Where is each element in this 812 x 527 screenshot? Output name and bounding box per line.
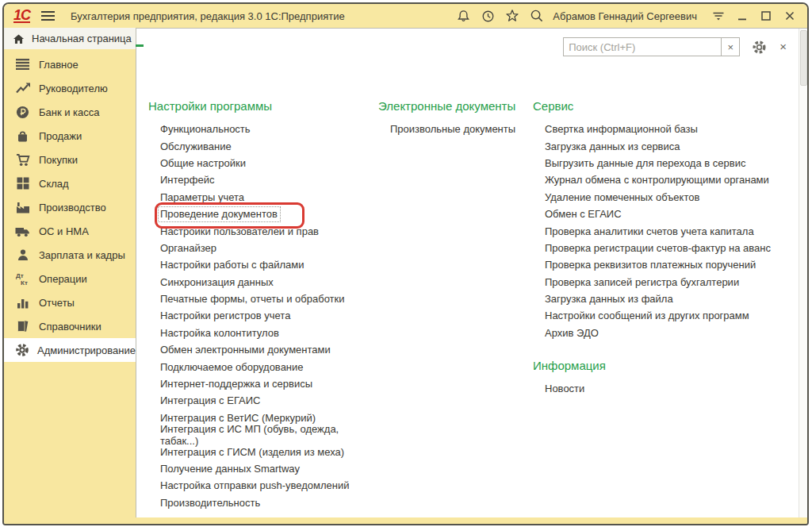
menu-item-label: Проведение документов	[158, 206, 281, 222]
menu-item-document-posting[interactable]: Проведение документов	[160, 206, 378, 222]
menu-item[interactable]: Интеграция с ЕГАИС	[160, 392, 378, 409]
sidebar-item-sales[interactable]: Продажи	[4, 124, 136, 148]
hamburger-menu-icon[interactable]	[41, 11, 55, 21]
tab-label: Начальная страница	[32, 33, 132, 44]
notifications-bell-icon[interactable]	[455, 8, 471, 24]
menu-item[interactable]: Настройки регистров учета	[160, 307, 378, 324]
menu-item[interactable]: Настройки пользователей и прав	[160, 222, 378, 239]
1c-logo: 1С	[13, 9, 30, 23]
group-header: Настройки программы	[148, 99, 378, 113]
menu-item[interactable]: Проверка записей регистра бухгалтерии	[545, 274, 795, 290]
sidebar-item-main[interactable]: Главное	[4, 52, 136, 76]
window-title: Бухгалтерия предприятия, редакция 3.0 1С…	[71, 10, 345, 22]
sidebar-item-label: Главное	[39, 59, 79, 71]
left-column: Начальная страница Главное Руководителю	[4, 28, 136, 517]
sidebar-item-warehouse[interactable]: Склад	[4, 171, 136, 195]
column-service: Сервис Свертка информационной базы Загру…	[533, 99, 795, 397]
tab-home-page[interactable]: Начальная страница	[4, 28, 136, 49]
sidebar-item-label: Отчеты	[39, 297, 75, 309]
column-electronic-documents: Электронные документы Произвольные докум…	[378, 99, 533, 137]
menu-item[interactable]: Настройка отправки push-уведомлений	[160, 477, 378, 494]
history-clock-icon[interactable]	[480, 8, 496, 24]
favorites-star-icon[interactable]	[504, 8, 520, 24]
sidebar-item-administration[interactable]: Администрирование	[4, 338, 136, 362]
panel-settings-gear-icon[interactable]	[752, 40, 767, 55]
close-window-button[interactable]	[782, 8, 798, 24]
menu-item[interactable]: Параметры учета	[160, 189, 378, 206]
menu-item[interactable]: Подключаемое оборудование	[160, 358, 378, 375]
sidebar-item-production[interactable]: Производство	[4, 195, 136, 219]
menu-item[interactable]: Функциональность	[160, 121, 378, 137]
person-icon	[14, 248, 31, 261]
administration-panel: × × Настройки программы Функциональность…	[136, 28, 807, 517]
sidebar-item-fixed-assets[interactable]: ОС и НМА	[4, 219, 136, 243]
app-window: 1С Бухгалтерия предприятия, редакция 3.0…	[2, 2, 809, 525]
menu-item[interactable]: Печатные формы, отчеты и обработки	[160, 290, 378, 307]
sidebar-item-salary-hr[interactable]: Зарплата и кадры	[4, 243, 136, 267]
menu-item[interactable]: Получение данных Smartway	[160, 460, 378, 477]
menu-item[interactable]: Настройки сообщений из других программ	[545, 307, 795, 324]
scrollbar-thumb[interactable]	[800, 30, 807, 86]
panel-close-icon[interactable]: ×	[779, 41, 787, 52]
section-sidebar: Главное Руководителю Банк и касса	[4, 49, 136, 517]
sidebar-item-label: Операции	[39, 273, 87, 285]
menu-item[interactable]: Загрузка данных из файла	[545, 290, 795, 307]
truck-icon	[14, 225, 31, 237]
menu-item[interactable]: Интернет-поддержка и сервисы	[160, 375, 378, 392]
gear-icon	[14, 343, 29, 357]
menu-item[interactable]: Настройка колонтитулов	[160, 325, 378, 341]
menu-item[interactable]: Удаление помеченных объектов	[545, 189, 795, 206]
maximize-button[interactable]	[758, 8, 774, 24]
search-input[interactable]	[563, 37, 722, 56]
menu-item[interactable]: Производительность	[160, 494, 378, 511]
sidebar-item-label: Справочники	[39, 321, 102, 333]
search-clear-button[interactable]: ×	[722, 37, 740, 56]
service-menu-icon[interactable]	[710, 8, 726, 24]
minimize-button[interactable]	[734, 8, 750, 24]
menu-item[interactable]: Выгрузить данные для перехода в сервис	[545, 155, 795, 171]
panel-scrollbar[interactable]	[799, 29, 807, 517]
sidebar-item-purchases[interactable]: Покупки	[4, 148, 136, 171]
menu-item[interactable]: Обмен с ЕГАИС	[545, 206, 795, 222]
sidebar-item-label: Зарплата и кадры	[39, 249, 125, 261]
title-bar: 1С Бухгалтерия предприятия, редакция 3.0…	[4, 4, 807, 28]
home-icon	[13, 33, 25, 44]
group-header: Информация	[533, 359, 795, 373]
sidebar-item-label: Покупки	[39, 154, 78, 166]
sidebar-item-bank-cash[interactable]: Банк и касса	[4, 100, 136, 124]
sidebar-item-directories[interactable]: Справочники	[4, 314, 136, 338]
group-header: Сервис	[533, 99, 795, 113]
factory-icon	[14, 201, 31, 213]
menu-item[interactable]: Новости	[545, 380, 795, 397]
menu-item[interactable]: Интерфейс	[160, 171, 378, 188]
sidebar-item-reports[interactable]: Отчеты	[4, 290, 136, 314]
menu-item[interactable]: Произвольные документы	[390, 121, 533, 137]
menu-item[interactable]: Загрузка данных из сервиса	[545, 137, 795, 154]
panel-search-row: × ×	[563, 37, 787, 56]
current-user-name[interactable]: Абрамов Геннадий Сергеевич	[553, 10, 697, 22]
trend-up-icon	[14, 83, 31, 94]
sidebar-item-label: Администрирование	[37, 344, 136, 356]
column-program-settings: Настройки программы Функциональность Обс…	[148, 99, 378, 511]
sidebar-item-manager[interactable]: Руководителю	[4, 76, 136, 100]
menu-item[interactable]: Обмен электронными документами	[160, 341, 378, 358]
menu-item[interactable]: Общие настройки	[160, 155, 378, 171]
menu-item[interactable]: Журнал обмена с контролирующими органами	[545, 171, 795, 188]
menu-item[interactable]: Обслуживание	[160, 137, 378, 154]
menu-item[interactable]: Органайзер	[160, 240, 378, 256]
svg-text:Дт: Дт	[16, 272, 24, 279]
menu-item[interactable]: Проверка аналитики счетов учета капитала	[545, 222, 795, 239]
menu-item[interactable]: Проверка реквизитов платежных поручений	[545, 256, 795, 273]
menu-item[interactable]: Синхронизация данных	[160, 274, 378, 290]
sidebar-item-label: Продажи	[39, 130, 82, 142]
sidebar-item-operations[interactable]: ДтКт Операции	[4, 267, 136, 290]
books-icon	[14, 320, 31, 333]
menu-item[interactable]: Настройки работы с файлами	[160, 256, 378, 273]
search-magnifier-icon[interactable]	[529, 8, 545, 24]
menu-item[interactable]: Архив ЭДО	[545, 325, 795, 341]
menu-item[interactable]: Свертка информационной базы	[545, 121, 795, 137]
menu-item[interactable]: Проверка регистрации счетов-фактур на ав…	[545, 240, 795, 256]
window-bottom-strip	[4, 517, 807, 524]
menu-item[interactable]: Интеграция с ИС МП (обувь, одежда, табак…	[160, 426, 378, 443]
sidebar-item-label: Руководителю	[39, 83, 108, 94]
